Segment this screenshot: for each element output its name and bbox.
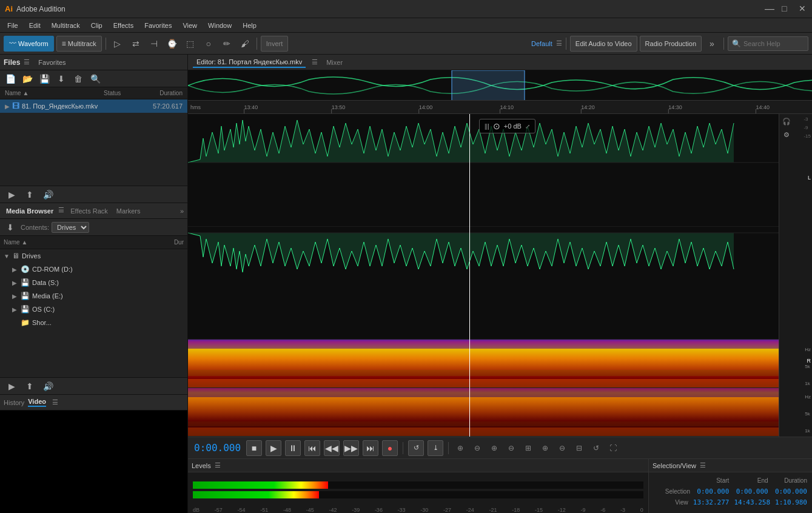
drive-item-os[interactable]: ▶ 💾 OS (C:) [0,303,187,316]
markers-tab[interactable]: Markers [114,206,143,216]
drive-item-drives[interactable]: ▼ 🖥 Drives [0,249,187,263]
media-browser-tab[interactable]: Media Browser [4,206,56,216]
go-to-end-button[interactable]: ⏭ [363,440,378,456]
time-sel-button[interactable]: ⌚ [164,36,180,52]
full-screen-button[interactable]: ⛶ [606,441,620,455]
menu-multitrack[interactable]: Multitrack [47,21,85,30]
maximize-button[interactable]: □ [778,4,790,15]
files-new-button[interactable]: 📄 [2,71,18,87]
files-search-button[interactable]: 🔍 [87,71,103,87]
media-play-button[interactable]: ▶ [4,378,19,394]
scale-57: -57 [215,507,223,513]
menu-view[interactable]: View [178,21,202,30]
waveform-track-right [188,227,779,340]
favorites-tab[interactable]: Favorites [33,58,70,67]
play-button[interactable]: ▶ [266,440,281,456]
media-autoplay-button[interactable]: 🔊 [40,378,56,394]
sel-selection-label: Selection [654,488,690,495]
zoom-reset-button[interactable]: ↺ [589,441,603,455]
menu-favorites[interactable]: Favorites [139,21,176,30]
marquee-sel-button[interactable]: ⬚ [183,36,198,52]
skip-silence-button[interactable]: ⤓ [428,440,443,456]
more-workspaces-button[interactable]: » [704,36,720,52]
history-tab[interactable]: History [4,399,24,406]
files-play-button[interactable]: ▶ [4,187,19,203]
zoom-in-spectrogram-button[interactable]: ⊕ [539,441,552,455]
selection-menu-icon[interactable]: ☰ [700,461,706,469]
menu-edit[interactable]: Edit [24,21,45,30]
levels-menu-icon[interactable]: ☰ [215,461,221,469]
invert-button[interactable]: Invert [261,36,289,52]
editor-tab-menu-icon[interactable]: ☰ [312,58,318,66]
selection-table: Start End Duration Selection 0:00.000 0:… [649,472,812,513]
files-panel: Files ☰ Favorites 📄 📂 💾 ⬇ 🗑 🔍 Name ▲ Sta… [0,55,187,203]
contents-select[interactable]: Drives [52,222,89,233]
minimize-button[interactable]: — [761,4,773,15]
zoom-out-time-button[interactable]: ⊖ [471,441,484,455]
fast-forward-button[interactable]: ▶▶ [343,440,359,456]
waveform-button[interactable]: 〰 Waveform [4,36,54,52]
drive-item-media[interactable]: ▶ 💾 Media (E:) [0,289,187,303]
mixer-tab[interactable]: Mixer [323,58,346,67]
lasso-button[interactable]: ○ [201,36,216,52]
move-tool-button[interactable]: ⇄ [128,36,144,52]
media-expand-button[interactable]: » [180,207,184,215]
zoom-all-button[interactable]: ⊟ [572,441,586,455]
menu-effects[interactable]: Effects [109,21,138,30]
workspace-menu-icon[interactable]: ☰ [556,39,562,47]
menu-window[interactable]: Window [203,21,237,30]
files-import-button[interactable]: ⬇ [53,71,69,87]
files-toolbar: 📄 📂 💾 ⬇ 🗑 🔍 [0,70,187,87]
waveform-area[interactable]: ||| ⊙ +0 dB ⤢ [188,114,779,437]
zoom-to-selection-button[interactable]: ⊞ [522,441,535,455]
pencil-button[interactable]: ✏ [219,36,235,52]
drive-item-cdrom[interactable]: ▶ 💿 CD-ROM (D:) [0,263,187,276]
vu-settings-button[interactable]: ⚙ [780,129,793,141]
files-open-button[interactable]: 📂 [19,71,35,87]
sel-view-label: View [654,499,688,506]
video-tab[interactable]: Video [28,398,46,407]
titlebar-controls[interactable]: — □ ✕ [761,4,807,15]
loop-button[interactable]: ↺ [408,440,424,456]
effects-rack-tab[interactable]: Effects Rack [68,206,110,216]
trim-tool-button[interactable]: ⊣ [146,36,162,52]
record-button[interactable]: ● [382,440,398,456]
zoom-out-amplitude-button[interactable]: ⊖ [505,441,518,455]
drive-item-data[interactable]: ▶ 💾 Data (S:) [0,276,187,289]
close-button[interactable]: ✕ [795,4,807,15]
pause-button[interactable]: ⏸ [285,440,301,456]
editor-tab[interactable]: Editor: 81. Портал ЯндексКью.mkv [193,57,306,68]
multitrack-button[interactable]: ≡ Multitrack [56,36,102,52]
go-to-start-button[interactable]: ⏮ [304,440,320,456]
zoom-in-amplitude-button[interactable]: ⊕ [488,441,501,455]
menu-clip[interactable]: Clip [86,21,107,30]
sel-col-headers: Start End Duration [654,475,807,486]
rewind-button[interactable]: ◀◀ [324,440,340,456]
scale-33: -33 [398,507,406,513]
search-input[interactable] [743,40,804,47]
media-panel-menu-icon[interactable]: ☰ [58,206,64,216]
menu-help[interactable]: Help [238,21,261,30]
scale-0: 0 [640,507,643,513]
stop-button[interactable]: ■ [246,440,262,456]
zoom-in-time-button[interactable]: ⊕ [454,441,467,455]
zoom-out-spectrogram-button[interactable]: ⊖ [555,441,569,455]
vu-headphones-button[interactable]: 🎧 [780,115,793,127]
vol-knob-icon: ⊙ [493,121,500,131]
media-import-button[interactable]: ⬇ [2,220,18,235]
files-panel-menu-icon[interactable]: ☰ [24,58,30,66]
radio-prod-button[interactable]: Radio Production [640,36,702,52]
menu-file[interactable]: File [2,21,23,30]
files-save-button[interactable]: 💾 [36,71,52,87]
hv-menu-icon[interactable]: ☰ [52,398,58,406]
brush-button[interactable]: 🖌 [237,36,253,52]
file-item[interactable]: ▶ 🎞 81. Пор_ЯндексКью.mkv 57:20.617 [0,99,187,113]
drive-item-shortcuts[interactable]: 📁 Shor... [0,316,187,329]
files-autoplay-button[interactable]: 🔊 [40,187,56,203]
contents-label: Contents: [21,224,49,231]
files-insert-button[interactable]: ⬆ [22,187,38,203]
edit-audio-button[interactable]: Edit Audio to Video [570,36,637,52]
selection-tool-button[interactable]: ▷ [110,36,126,52]
files-delete-button[interactable]: 🗑 [70,71,86,87]
media-insert-to-multitrack-button[interactable]: ⬆ [22,378,38,394]
